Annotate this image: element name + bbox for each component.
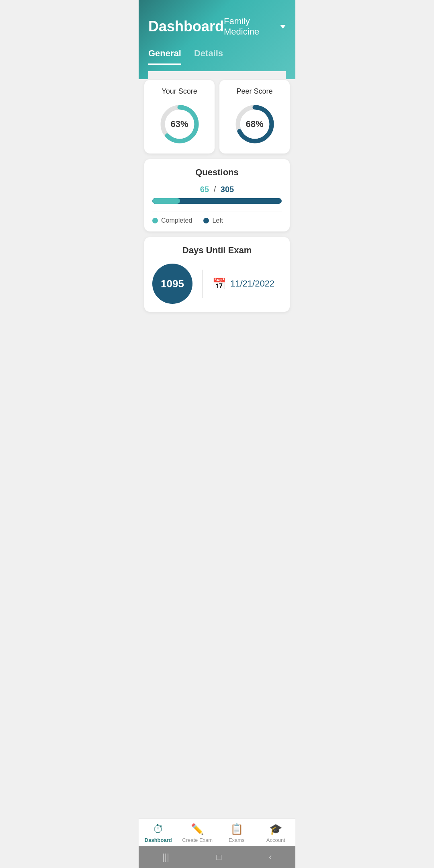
header: Dashboard Family Medicine General Detail… bbox=[139, 0, 295, 79]
create-exam-icon: ✏️ bbox=[191, 823, 204, 835]
dashboard-icon: ⏱ bbox=[153, 823, 164, 835]
your-score-donut: 63% bbox=[158, 102, 202, 146]
header-top: Dashboard Family Medicine bbox=[148, 16, 286, 37]
count-separator: / bbox=[214, 185, 216, 194]
nav-account-label: Account bbox=[266, 837, 285, 843]
your-score-card: Your Score 63% bbox=[144, 80, 215, 154]
questions-title: Questions bbox=[152, 167, 282, 178]
chevron-down-icon bbox=[280, 25, 286, 29]
exams-icon: 📋 bbox=[230, 823, 243, 835]
calendar-icon: 📅 bbox=[212, 277, 226, 291]
system-home-button[interactable]: □ bbox=[216, 852, 221, 862]
peer-score-title: Peer Score bbox=[236, 87, 272, 96]
exam-card: Days Until Exam 1095 📅 11/21/2022 bbox=[144, 237, 290, 312]
nav-create-exam[interactable]: ✏️ Create Exam bbox=[178, 823, 217, 843]
peer-score-value: 68% bbox=[246, 119, 263, 129]
legend-left-label: Left bbox=[212, 217, 223, 224]
system-recents-button[interactable]: ||| bbox=[162, 852, 169, 862]
your-score-title: Your Score bbox=[162, 87, 197, 96]
exam-info: 1095 📅 11/21/2022 bbox=[152, 264, 282, 304]
exam-divider bbox=[202, 270, 203, 298]
questions-count: 65 / 305 bbox=[152, 185, 282, 194]
nav-account[interactable]: 🎓 Account bbox=[256, 823, 296, 843]
header-shape bbox=[148, 65, 286, 79]
peer-score-donut: 68% bbox=[233, 102, 277, 146]
peer-score-card: Peer Score 68% bbox=[219, 80, 290, 154]
exam-days-circle: 1095 bbox=[152, 264, 192, 304]
exam-days-value: 1095 bbox=[161, 278, 184, 290]
nav-exams-label: Exams bbox=[229, 837, 245, 843]
subject-selector[interactable]: Family Medicine bbox=[224, 16, 286, 37]
tab-details[interactable]: Details bbox=[194, 48, 223, 65]
nav-create-exam-label: Create Exam bbox=[182, 837, 213, 843]
progress-bar-fill bbox=[152, 198, 180, 204]
exam-date-section: 📅 11/21/2022 bbox=[212, 277, 274, 291]
nav-dashboard[interactable]: ⏱ Dashboard bbox=[139, 823, 178, 843]
system-nav: ||| □ ‹ bbox=[139, 846, 295, 868]
exam-title: Days Until Exam bbox=[152, 245, 282, 256]
page-title: Dashboard bbox=[148, 18, 224, 35]
left-dot bbox=[203, 218, 209, 223]
bottom-nav: ⏱ Dashboard ✏️ Create Exam 📋 Exams 🎓 Acc… bbox=[139, 819, 295, 846]
completed-dot bbox=[152, 218, 158, 223]
your-score-value: 63% bbox=[170, 119, 188, 129]
tab-general[interactable]: General bbox=[148, 48, 181, 65]
tab-bar: General Details bbox=[148, 48, 286, 65]
account-icon: 🎓 bbox=[269, 823, 282, 835]
count-total: 305 bbox=[221, 185, 234, 194]
legend-completed-label: Completed bbox=[161, 217, 192, 224]
subject-label: Family Medicine bbox=[224, 16, 276, 37]
count-completed: 65 bbox=[200, 185, 209, 194]
system-back-button[interactable]: ‹ bbox=[269, 852, 272, 862]
progress-bar bbox=[152, 198, 282, 204]
exam-date: 11/21/2022 bbox=[230, 278, 274, 289]
questions-card: Questions 65 / 305 Completed Left bbox=[144, 159, 290, 231]
legend-completed: Completed bbox=[152, 217, 192, 224]
main-content: Your Score 63% Peer Score 68 bbox=[139, 78, 295, 819]
legend-left: Left bbox=[203, 217, 223, 224]
score-cards-row: Your Score 63% Peer Score 68 bbox=[144, 80, 290, 154]
nav-exams[interactable]: 📋 Exams bbox=[217, 823, 256, 843]
nav-dashboard-label: Dashboard bbox=[145, 837, 172, 843]
questions-legend: Completed Left bbox=[152, 211, 282, 231]
